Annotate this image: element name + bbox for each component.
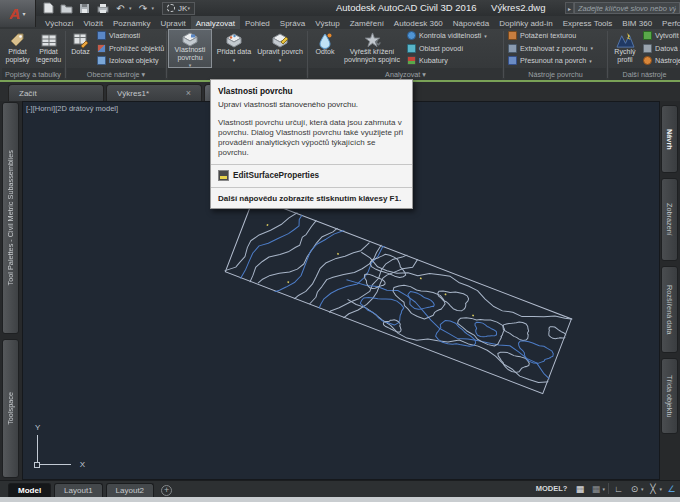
extract-from-surface-icon — [508, 44, 517, 53]
tab-doplnky[interactable]: Doplňky add-in — [494, 16, 557, 29]
snap-dropdown-icon[interactable]: ▾ — [602, 486, 605, 492]
pridat-data-button[interactable]: Přidat data ▾ — [212, 29, 256, 68]
ortho-mode-icon[interactable]: ∟ — [612, 482, 625, 495]
save-icon[interactable] — [78, 2, 91, 14]
workspace-switcher[interactable]: JK ▾ — [162, 2, 195, 15]
watershed-icon — [407, 44, 416, 53]
panel-tab-trida-objektu[interactable]: Třída objektu — [661, 358, 678, 434]
panel-tab-navrh[interactable]: Návrh — [661, 105, 678, 173]
edit-surface-icon — [271, 31, 289, 49]
kontrola-viditelnosti-button[interactable]: Kontrola viditelnosti ▾ — [407, 30, 502, 42]
plot-icon[interactable] — [96, 2, 109, 14]
file-tab-vykres1[interactable]: Výkres1* × — [106, 84, 202, 101]
oblast-povodi-button[interactable]: Oblast povodí — [407, 43, 502, 55]
izolovat-objekty-button[interactable]: Izolovat objekty — [97, 55, 165, 67]
application-menu-button[interactable]: A ▾ — [0, 0, 36, 27]
ribbon-tab-bar: Výchozí Vložit Poznámky Upravit Analyzov… — [0, 16, 680, 29]
ribbon: Přidat popisky Přidat legendu Popisky a … — [0, 29, 680, 82]
datova-zkra-button[interactable]: Datová zkra — [643, 43, 680, 55]
quick-access-toolbar: ↶▾ ↷▾ JK ▾ — [42, 1, 195, 15]
group-upravit: Vlastnosti povrchu ▾ Přidat data ▾ Uprav… — [168, 29, 306, 80]
new-file-icon[interactable] — [42, 2, 55, 14]
vlastnosti-povrchu-button[interactable]: Vlastnosti povrchu ▾ — [168, 29, 212, 68]
tab-upravit[interactable]: Upravit — [155, 16, 190, 29]
group-label: Popisky a tabulky — [2, 68, 64, 80]
vytvorit-pro-button[interactable]: Vytvořit pro — [643, 30, 680, 42]
tab-performance[interactable]: Performance — [657, 16, 680, 29]
search-arrow-icon[interactable]: ▸ — [565, 2, 574, 14]
vlastnosti-button[interactable]: Vlastnosti — [97, 30, 165, 42]
redo-dropdown-icon[interactable]: ▾ — [152, 5, 155, 11]
panel-tab-rozsirena-data[interactable]: Rozšířená data — [661, 266, 678, 353]
tab-sprava[interactable]: Správa — [275, 16, 310, 29]
dotaz-button[interactable]: Dotaz — [67, 29, 94, 68]
properties-icon — [97, 31, 106, 40]
object-snap-icon[interactable]: ╳ — [646, 482, 659, 495]
dropdown-arrow-icon: ▾ — [279, 57, 282, 63]
extrahovat-z-povrchu-button[interactable]: Extrahovat z povrchu ▾ — [508, 43, 606, 55]
file-tab-start[interactable]: Začít — [8, 84, 104, 101]
tab-autodesk-360[interactable]: Autodesk 360 — [389, 16, 448, 29]
close-icon[interactable]: × — [186, 88, 191, 98]
annotation-icon[interactable]: ∠ — [665, 482, 678, 495]
group-analyzovat: Odtok Vyřešit křížení povinných spojnic … — [309, 29, 502, 80]
surface-properties-tooltip: Vlastnosti povrchu Upraví vlastnosti sta… — [210, 79, 413, 209]
search-input[interactable] — [574, 2, 680, 14]
snap-mode-icon[interactable]: ▦ — [589, 482, 602, 495]
rychly-profil-button[interactable]: Rychlý profil — [609, 29, 641, 68]
layout-tab-layout1[interactable]: Layout1 — [54, 483, 102, 498]
undo-icon[interactable]: ↶ — [114, 2, 127, 14]
group-popisky-a-tabulky: Přidat popisky Přidat legendu Popisky a … — [2, 29, 64, 80]
grid-display-icon[interactable]: ▦ — [573, 482, 586, 495]
drape-texture-icon — [508, 31, 517, 40]
tab-vystup[interactable]: Výstup — [310, 16, 344, 29]
polar-dropdown-icon[interactable]: ▾ — [641, 486, 644, 492]
osnap-dropdown-icon[interactable]: ▾ — [659, 486, 662, 492]
nastroje-pro-button[interactable]: Nástroje pro — [643, 55, 680, 67]
tab-poznamky[interactable]: Poznámky — [108, 16, 155, 29]
tab-napoveda[interactable]: Nápověda — [448, 16, 494, 29]
vyresit-krizeni-button[interactable]: Vyřešit křížení povinných spojnic — [341, 29, 403, 68]
tooltip-command-row: EditSurfaceProperties — [218, 170, 405, 181]
toolspace-tab[interactable]: Toolspace — [2, 339, 19, 478]
layout-tab-model[interactable]: Model — [8, 483, 51, 498]
status-toolbar: MODEL? ▦ ▦ ▾ ∟ ⊙ ▾ ╳ ▾ ∠ — [533, 481, 678, 496]
left-palette-rail: Tool Palettes - Civil Metric Subassembli… — [0, 101, 22, 480]
surface-properties-icon — [181, 31, 199, 47]
pridat-legendu-button[interactable]: Přidat legendu — [33, 29, 64, 68]
panel-tab-zobrazeni[interactable]: Zobrazení — [661, 178, 678, 261]
open-folder-icon[interactable] — [60, 2, 73, 14]
model-space-toggle[interactable]: MODEL? — [533, 484, 571, 493]
tab-analyzovat[interactable]: Analyzovat — [191, 16, 240, 29]
potazeni-texturou-button[interactable]: Potažení texturou — [508, 30, 606, 42]
document-title: Výkres2.dwg — [491, 2, 545, 13]
odtok-button[interactable]: Odtok — [309, 29, 341, 68]
group-label: Obecné nástroje ▾ — [67, 68, 165, 80]
presunout-na-povrch-button[interactable]: Přesunout na povrch ▾ — [508, 55, 606, 67]
tab-vychozi[interactable]: Výchozí — [40, 16, 78, 29]
polar-tracking-icon[interactable]: ⊙ — [628, 482, 641, 495]
tab-pohled[interactable]: Pohled — [240, 16, 275, 29]
autocad-window: ↶▾ ↷▾ JK ▾ Autodesk AutoCAD Civil 3D 201… — [0, 0, 680, 502]
undo-dropdown-icon[interactable]: ▾ — [129, 5, 132, 11]
tab-bim-360[interactable]: BIM 360 — [617, 16, 657, 29]
command-icon — [218, 170, 229, 181]
tab-vlozit[interactable]: Vložit — [78, 16, 108, 29]
titlebar: ↶▾ ↷▾ JK ▾ Autodesk AutoCAD Civil 3D 201… — [0, 0, 680, 16]
layout-tab-bar: Model Layout1 Layout2 + — [0, 481, 172, 498]
tooltip-summary: Upraví vlastnosti stanoveného povrchu. — [218, 100, 405, 109]
prohlizec-objektu-button[interactable]: Prohlížeč objektů — [97, 43, 165, 55]
redo-icon[interactable]: ↷ — [137, 2, 150, 14]
tab-express-tools[interactable]: Express Tools — [558, 16, 618, 29]
layout-tab-layout2[interactable]: Layout2 — [106, 483, 154, 498]
tooltip-title: Vlastnosti povrchu — [218, 86, 405, 96]
tooltip-command: EditSurfaceProperties — [233, 171, 319, 180]
pridat-popisky-button[interactable]: Přidat popisky — [2, 29, 33, 68]
new-layout-button[interactable]: + — [161, 485, 172, 496]
upravit-povrch-button[interactable]: Upravit povrch ▾ — [256, 29, 304, 68]
dropdown-arrow-icon: ▾ — [591, 45, 594, 51]
kubatury-button[interactable]: Kubatury — [407, 55, 502, 67]
tab-zamereni[interactable]: Zaměření — [345, 16, 389, 29]
tool-palettes-tab[interactable]: Tool Palettes - Civil Metric Subassembli… — [2, 102, 19, 334]
water-drop-icon — [317, 31, 333, 49]
